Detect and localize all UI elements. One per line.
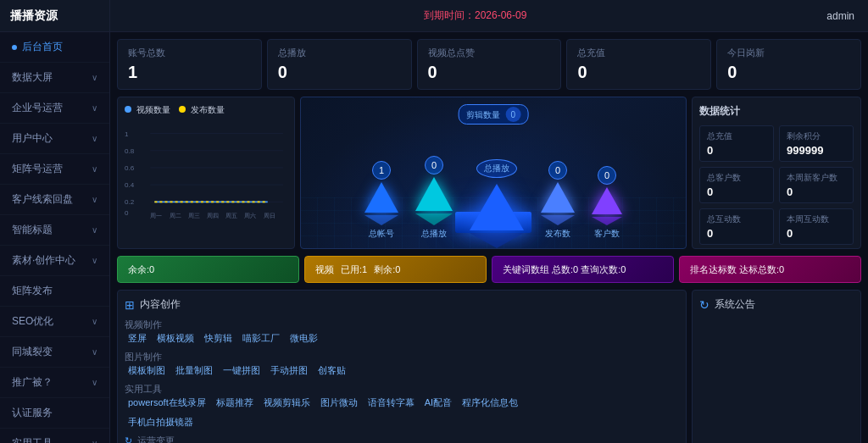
refresh-icon: ↻ [125, 435, 132, 443]
stats-row: 账号总数 1 总播放 0 视频总点赞 0 总充值 0 今日岗新 0 [117, 39, 861, 90]
tool-link-batch-image[interactable]: 批量制图 [172, 363, 216, 378]
middle-row: 视频数量 发布数量 1 0.8 0 [117, 97, 861, 249]
info-bar-ranking[interactable]: 排名达标数 达标总数:0 [679, 256, 861, 283]
info-bars: 余余:0 视频 已用:1 剩余:0 关键词数组 总数:0 查询次数:0 排名达标… [117, 256, 861, 283]
svg-text:周六: 周六 [244, 213, 256, 219]
pyramid-base-1 [415, 213, 453, 225]
svg-text:0.2: 0.2 [125, 198, 135, 206]
sidebar-item-smart[interactable]: 智能标题 ∨ [0, 215, 109, 246]
ops-change[interactable]: ↻ 运营变更 [125, 435, 679, 443]
tool-link-video-editor[interactable]: 视频剪辑乐 [260, 396, 314, 410]
legend-video: 视频数量 [125, 104, 170, 116]
pyramid-item-large: 总播放 [470, 159, 524, 248]
mini-stat-2: 总客户数 0 [699, 167, 774, 203]
pyramid-shape-2 [541, 182, 575, 213]
pyramid-base-3 [592, 217, 622, 225]
stat-card-plays: 总播放 0 [267, 39, 412, 90]
pyramid-item-1: 0 总播放 [415, 156, 453, 240]
bottom-row: ⊞ 内容创作 视频制作 竖屏 横板视频 快剪辑 喵影工厂 微电影 图片制作 [117, 290, 861, 443]
tool-link-collage[interactable]: 一键拼图 [220, 363, 264, 378]
tool-link-creator[interactable]: 创客贴 [314, 363, 349, 378]
tool-link-microfilm[interactable]: 微电影 [287, 331, 321, 346]
info-bar-remaining[interactable]: 余余:0 [117, 256, 299, 283]
mini-stat-3: 本周新客户数 0 [779, 167, 854, 203]
tool-link-template-image[interactable]: 模板制图 [125, 363, 169, 378]
chevron-down-icon: ∨ [92, 164, 97, 174]
util-tools-group: 实用工具 powersoft在线录屏 标题推荐 视频剪辑乐 图片微动 语音转字幕… [125, 383, 679, 410]
stat-value-today: 0 [727, 63, 850, 82]
pyramid-item-2: 0 发布数 [541, 161, 575, 240]
tool-link-subtitle[interactable]: 语音转字幕 [364, 396, 418, 410]
pyramid-value-1: 0 [425, 156, 443, 174]
stat-value-likes: 0 [428, 63, 551, 82]
mini-stat-5: 本周互动数 0 [779, 208, 854, 245]
sidebar-item-clue[interactable]: 客户线索回盘 ∨ [0, 185, 109, 215]
chevron-down-icon: ∨ [92, 317, 97, 326]
tool-link-manual-collage[interactable]: 手动拼图 [267, 363, 311, 378]
content-area: 账号总数 1 总播放 0 视频总点赞 0 总充值 0 今日岗新 0 [110, 32, 868, 443]
sidebar-item-local[interactable]: 同城裂变 ∨ [0, 337, 109, 368]
sidebar-item-material[interactable]: 素材·创作中心 ∨ [0, 246, 109, 276]
sidebar-item-tool[interactable]: 实用工具 ∨ [0, 429, 109, 443]
chart-area: 视频数量 发布数量 1 0.8 0 [117, 97, 295, 249]
sidebar-item-enterprise[interactable]: 企业号运营 ∨ [0, 93, 109, 124]
sidebar-item-promote[interactable]: 推广被？ ∨ [0, 368, 109, 398]
sidebar-item-cert[interactable]: 认证服务 [0, 398, 109, 429]
pyramid-item-0: 1 总帐号 [364, 161, 398, 240]
tool-link-miaovideo[interactable]: 喵影工厂 [239, 331, 283, 346]
svg-text:周日: 周日 [264, 213, 275, 219]
sidebar-item-matrix[interactable]: 矩阵号运营 ∨ [0, 154, 109, 185]
chevron-down-icon: ∨ [92, 439, 97, 443]
chevron-down-icon: ∨ [92, 195, 97, 204]
tool-link-title-recommend[interactable]: 标题推荐 [213, 396, 257, 410]
hologram-area: 剪辑数量 0 1 总帐号 0 总播放 [300, 97, 687, 249]
stat-label-plays: 总播放 [278, 47, 401, 59]
legend-publish-dot [179, 106, 186, 113]
info-bar-video[interactable]: 视频 已用:1 剩余:0 [304, 256, 487, 283]
tool-link-vertical[interactable]: 竖屏 [125, 331, 150, 346]
sidebar-item-seo[interactable]: SEO优化 ∨ [0, 307, 109, 337]
sidebar-item-screen[interactable]: 数据大屏 ∨ [0, 63, 109, 93]
sidebar-item-home[interactable]: 后台首页 [0, 32, 109, 63]
pyramid-value-3: 0 [598, 166, 616, 185]
center-pyramid-label: 总播放 [476, 159, 517, 178]
chevron-down-icon: ∨ [92, 73, 97, 82]
chart-legend: 视频数量 发布数量 [125, 104, 287, 116]
mini-stat-0: 总充值 0 [699, 125, 774, 162]
svg-text:1: 1 [125, 130, 129, 138]
sidebar: 播播资源 后台首页 数据大屏 ∨ 企业号运营 ∨ 用户中心 ∨ 矩阵号运营 ∨ … [0, 0, 110, 443]
pyramid-item-3: 0 客户数 [592, 166, 622, 240]
pyramid-label-2: 发布数 [545, 228, 570, 240]
pyramid-shape-0 [364, 182, 398, 213]
svg-text:周二: 周二 [170, 213, 181, 219]
pyramid-label-0: 总帐号 [369, 228, 394, 240]
sidebar-item-publish[interactable]: 矩阵发布 [0, 276, 109, 307]
tool-link-powersoft[interactable]: powersoft在线录屏 [125, 396, 209, 410]
tool-link-programmatic[interactable]: 程序化信息包 [459, 396, 521, 410]
tool-link-quickclip[interactable]: 快剪辑 [201, 331, 236, 346]
scissors-value: 0 [505, 107, 520, 122]
info-bar-keywords[interactable]: 关键词数组 总数:0 查询次数:0 [492, 256, 674, 283]
legend-video-dot [125, 106, 131, 113]
svg-text:周四: 周四 [207, 213, 219, 219]
pyramid-row: 1 总帐号 0 总播放 总播放 [364, 156, 622, 240]
svg-text:周三: 周三 [188, 213, 200, 219]
tool-link-mobile[interactable]: 手机白拍摄镜器 [125, 415, 679, 429]
scissors-badge: 剪辑数量 0 [459, 104, 529, 125]
stat-value-accounts: 1 [128, 63, 251, 82]
stat-card-accounts: 账号总数 1 [117, 39, 262, 90]
pyramid-shape-large [470, 184, 524, 230]
tool-link-ai-voice[interactable]: AI配音 [421, 396, 455, 410]
svg-text:0.8: 0.8 [125, 147, 135, 155]
tool-link-image-motion[interactable]: 图片微动 [317, 396, 361, 410]
mini-stat-4: 总互动数 0 [699, 208, 774, 245]
pyramid-shape-1 [415, 177, 453, 211]
notice-icon: ↻ [699, 298, 709, 312]
chart-svg: 1 0.8 0.6 0.4 0.2 0 周一 周二 周三 周四 周五 周六 周日 [125, 121, 287, 223]
topbar-user: admin [826, 10, 854, 22]
stat-grid: 总充值 0 剩余积分 999999 总客户数 0 本周新客户数 0 [699, 125, 854, 245]
chevron-down-icon: ∨ [92, 225, 97, 235]
tool-link-horizontal[interactable]: 横板视频 [153, 331, 198, 346]
sidebar-item-user[interactable]: 用户中心 ∨ [0, 124, 109, 154]
svg-text:周五: 周五 [225, 213, 237, 219]
